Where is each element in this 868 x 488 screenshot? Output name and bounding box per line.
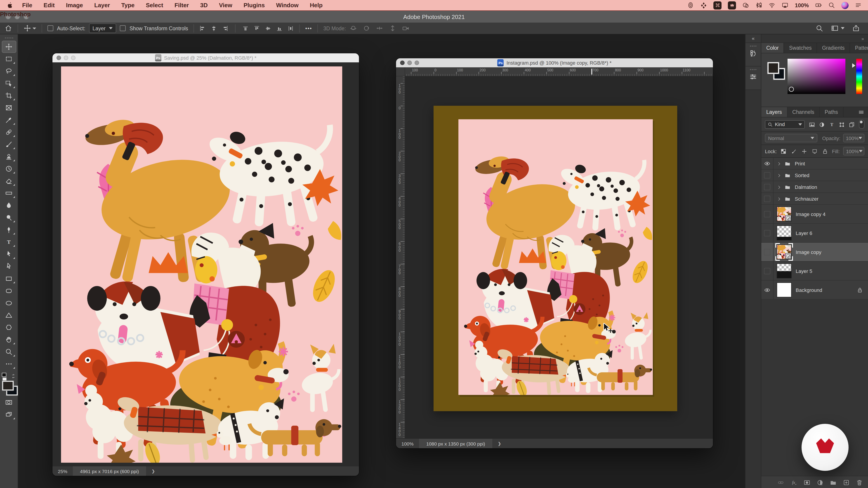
color-tab-patterns[interactable]: Patterns	[850, 43, 868, 53]
layer-row-schnauzer[interactable]: Schnauzer	[761, 193, 868, 205]
layers-menu-button[interactable]	[843, 107, 868, 117]
spotlight-search-item[interactable]	[828, 2, 835, 9]
menu-3d[interactable]: 3D	[200, 2, 208, 8]
dock-top-bar[interactable]: »	[761, 34, 868, 43]
pan-3d-button[interactable]	[376, 24, 383, 32]
pixel-layer-filter-button[interactable]	[809, 120, 815, 128]
vertical-ruler[interactable]: 1000100200300400500600700800900100011001…	[396, 76, 405, 438]
triangle-tool[interactable]	[2, 309, 16, 321]
roll-3d-button[interactable]	[363, 24, 370, 32]
filter-toggle[interactable]	[859, 120, 864, 129]
record-app-item[interactable]	[743, 2, 749, 9]
lock-transparent-button[interactable]	[780, 148, 787, 154]
visibility-eye-icon[interactable]	[761, 281, 774, 299]
expand-chevron-icon[interactable]	[777, 159, 782, 167]
align-top-button[interactable]	[254, 25, 260, 31]
screen-mode-button[interactable]	[2, 409, 16, 421]
smart-object-filter-button[interactable]	[848, 120, 855, 128]
control-center-item[interactable]	[855, 2, 862, 9]
doc1-window-controls[interactable]	[57, 56, 75, 60]
lock-pixels-button[interactable]	[791, 148, 797, 154]
gradient-tool[interactable]	[2, 187, 16, 199]
align-center-h-button[interactable]	[211, 25, 217, 31]
path-selection-tool[interactable]	[2, 248, 16, 260]
doc2-titlebar[interactable]: Ps Instagram.psd @ 100% (Image copy, RGB…	[396, 58, 713, 67]
properties-panel-button[interactable]	[745, 66, 761, 90]
document-window-instagram[interactable]: Ps Instagram.psd @ 100% (Image copy, RGB…	[396, 58, 713, 448]
move-tool[interactable]	[2, 41, 16, 53]
visibility-empty-box[interactable]	[761, 224, 774, 242]
direct-selection-tool[interactable]	[2, 260, 16, 272]
foreground-color-chip[interactable]	[768, 62, 779, 74]
rectangle-tool[interactable]	[2, 272, 16, 285]
object-selection-tool[interactable]	[2, 77, 16, 90]
minimize-icon[interactable]	[64, 56, 68, 60]
visibility-empty-box[interactable]	[761, 181, 774, 193]
hue-slider-arrow[interactable]	[852, 63, 855, 68]
new-adjustment-button[interactable]	[816, 478, 824, 486]
healing-brush-tool[interactable]	[2, 126, 16, 138]
layer-row-dalmation[interactable]: Dalmation	[761, 181, 868, 193]
layer-thumbnail[interactable]	[777, 263, 792, 278]
doc1-titlebar[interactable]: Ps Saving.psd @ 25% (Dalmation, RGB/8*) …	[53, 53, 359, 62]
marquee-tool[interactable]	[2, 53, 16, 65]
gems-app-item[interactable]	[701, 2, 707, 9]
search-button[interactable]	[815, 24, 823, 32]
doc1-canvas[interactable]	[53, 62, 359, 466]
visibility-empty-box[interactable]	[761, 205, 774, 223]
visibility-empty-box[interactable]	[761, 242, 774, 261]
zoom-icon[interactable]	[71, 56, 75, 60]
doc1-status-chevron[interactable]: ❯	[146, 469, 160, 473]
menu-window[interactable]: Window	[276, 2, 298, 8]
visibility-empty-box[interactable]	[761, 193, 774, 204]
history-panel-button[interactable]	[745, 43, 761, 66]
lock-position-button[interactable]	[801, 148, 808, 154]
lasso-tool[interactable]	[2, 65, 16, 77]
zoom-tool[interactable]	[2, 346, 16, 358]
layer-thumbnail[interactable]	[777, 283, 792, 297]
layer-row-background[interactable]: Background	[761, 281, 868, 300]
clone-stamp-tool[interactable]	[2, 151, 16, 163]
ellipse-tool[interactable]	[2, 297, 16, 309]
more-tools-tool[interactable]	[2, 358, 16, 370]
saturation-brightness-field[interactable]	[787, 59, 845, 94]
distribute-button[interactable]	[287, 25, 294, 31]
doc2-zoom-level[interactable]: 100%	[396, 441, 419, 446]
color-picker-handle[interactable]	[789, 87, 794, 92]
blur-tool[interactable]	[2, 199, 16, 212]
command-app-item[interactable]	[714, 1, 722, 9]
auto-select-target-dropdown[interactable]: Layer	[89, 24, 116, 33]
doc1-zoom-level[interactable]: 25%	[53, 468, 73, 474]
hand-tool[interactable]	[2, 333, 16, 346]
visibility-empty-box[interactable]	[761, 262, 774, 280]
kind-filter-dropdown[interactable]: Kind	[765, 120, 805, 129]
orbit-3d-button[interactable]	[349, 24, 357, 32]
close-icon[interactable]	[57, 56, 61, 60]
layer-row-layer-6[interactable]: Layer 6	[761, 224, 868, 242]
apple-menu-icon[interactable]	[6, 1, 13, 9]
frame-tool[interactable]	[2, 102, 16, 114]
adjustment-filter-button[interactable]	[819, 120, 825, 128]
menu-layer[interactable]: Layer	[94, 2, 110, 8]
zoom-icon[interactable]	[414, 61, 419, 65]
color-swatches[interactable]	[1, 380, 17, 396]
new-group-button[interactable]	[830, 478, 837, 486]
quick-mask-button[interactable]	[2, 396, 16, 409]
layer-row-print[interactable]: Print	[761, 158, 868, 169]
link-layers-button[interactable]	[777, 478, 784, 486]
delete-layer-button[interactable]	[856, 478, 863, 486]
auto-select-checkbox[interactable]	[48, 25, 53, 31]
new-layer-button[interactable]	[843, 478, 850, 486]
slide-3d-button[interactable]	[389, 24, 397, 32]
siri-item[interactable]	[841, 2, 848, 9]
close-icon[interactable]	[400, 61, 405, 65]
layers-tab-layers[interactable]: Layers	[761, 107, 787, 117]
menu-help[interactable]: Help	[310, 2, 322, 8]
expand-chevron-icon[interactable]	[777, 183, 782, 191]
visibility-eye-icon[interactable]	[761, 158, 774, 169]
camera-3d-button[interactable]	[402, 24, 410, 32]
crop-tool[interactable]	[2, 90, 16, 102]
expand-chevron-icon[interactable]	[777, 195, 782, 203]
color-tab-gradients[interactable]: Gradients	[817, 43, 850, 53]
bluetooth-battery-item[interactable]	[756, 2, 763, 9]
